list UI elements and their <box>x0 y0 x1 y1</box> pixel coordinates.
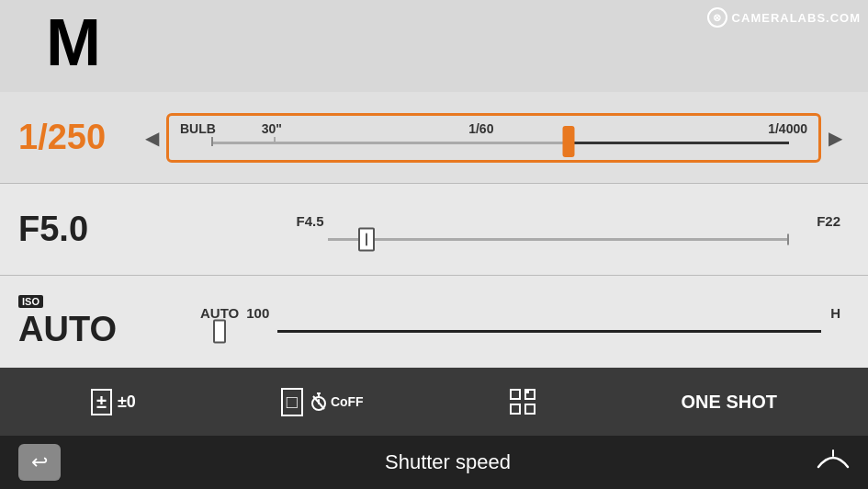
watermark-text: CAMERALABS.COM <box>732 11 861 25</box>
aperture-value: F5.0 <box>18 210 138 249</box>
ss-label-bulb: BULB <box>180 121 216 136</box>
thumb-inner <box>366 233 367 245</box>
drive-icon: □ <box>281 388 303 416</box>
iso-label-100: 100 <box>246 305 269 321</box>
ss-label-30: 30" <box>262 121 282 136</box>
tick-bulb <box>211 137 213 146</box>
shutter-track: BULB 30" 1/60 1/4000 <box>180 119 807 156</box>
bottom-toolbar: ± ±0 □ CoFF <box>0 368 868 436</box>
drive-label-group: CoFF <box>309 392 364 412</box>
shutter-speed-current: 1/250 <box>18 118 106 157</box>
shutter-speed-row: 1/250 ◀ BULB 30" 1/60 1/4000 <box>0 92 868 184</box>
iso-value: ISO AUTO <box>18 295 138 349</box>
aperture-thumb[interactable] <box>358 227 375 251</box>
one-shot-item[interactable]: ONE SHOT <box>682 392 777 413</box>
iso-thumb[interactable] <box>213 320 226 344</box>
timer-icon <box>309 392 329 412</box>
footer-bar: ↩ Shutter speed <box>0 436 868 489</box>
track-right <box>569 142 788 144</box>
iso-label-auto: AUTO <box>200 305 239 321</box>
grid-icon <box>509 388 536 415</box>
back-icon: ↩ <box>31 450 48 474</box>
screen: ⊗ CAMERALABS.COM M 1/250 ◀ BULB 30" <box>0 0 868 489</box>
ev-comp-item[interactable]: ± ±0 <box>91 389 136 415</box>
f-label-max: F22 <box>817 212 840 228</box>
svg-rect-9 <box>525 390 529 393</box>
shutter-arrow-right[interactable]: ▶ <box>821 127 850 149</box>
aperture-track <box>328 238 789 241</box>
shutter-slider-box: BULB 30" 1/60 1/4000 <box>166 113 821 163</box>
coff-label: CoFF <box>331 394 364 409</box>
iso-current: AUTO <box>18 310 117 349</box>
spacer-iso <box>269 305 830 321</box>
ss-label-60: 1/60 <box>468 121 493 136</box>
aperture-slider-container[interactable]: F4.5 F22 <box>191 202 850 257</box>
shutter-slider-container[interactable]: BULB 30" 1/60 1/4000 <box>166 110 821 165</box>
watermark-icon: ⊗ <box>707 7 727 28</box>
footer-right-icon <box>817 449 850 476</box>
track-left <box>211 142 569 144</box>
shutter-thumb[interactable] <box>563 126 575 157</box>
iso-track <box>277 330 821 333</box>
mode-label: M <box>46 9 101 75</box>
svg-rect-7 <box>511 404 520 414</box>
aperture-row: F5.0 F4.5 F22 <box>0 184 868 276</box>
content-area: M 1/250 ◀ BULB 30" 1/60 1/4000 <box>0 0 868 368</box>
shutter-speed-value: 1/250 <box>18 118 138 157</box>
back-button[interactable]: ↩ <box>18 444 61 481</box>
tick-30 <box>274 137 276 144</box>
iso-row: ISO AUTO AUTO 100 H <box>0 276 868 368</box>
svg-rect-5 <box>511 390 520 399</box>
shutter-arrow-left[interactable]: ◀ <box>138 127 166 149</box>
one-shot-label: ONE SHOT <box>682 392 777 413</box>
aperture-tick-right <box>787 233 789 244</box>
dial-icon <box>817 449 850 471</box>
drive-item[interactable]: □ CoFF <box>281 388 364 416</box>
aperture-current: F5.0 <box>18 210 88 249</box>
iso-badge: ISO <box>18 295 43 308</box>
ev-icon: ± <box>91 389 112 415</box>
iso-label-h: H <box>830 305 840 321</box>
ev-label: ±0 <box>118 392 136 412</box>
rows-container: 1/250 ◀ BULB 30" 1/60 1/4000 <box>0 92 868 368</box>
grid-item[interactable] <box>509 388 536 415</box>
f-label-min: F4.5 <box>297 212 324 228</box>
ss-label-4000: 1/4000 <box>768 121 807 136</box>
svg-rect-8 <box>525 404 535 414</box>
footer-center-label: Shutter speed <box>79 450 817 474</box>
iso-slider-container[interactable]: AUTO 100 H <box>191 294 850 349</box>
watermark: ⊗ CAMERALABS.COM <box>707 7 861 28</box>
